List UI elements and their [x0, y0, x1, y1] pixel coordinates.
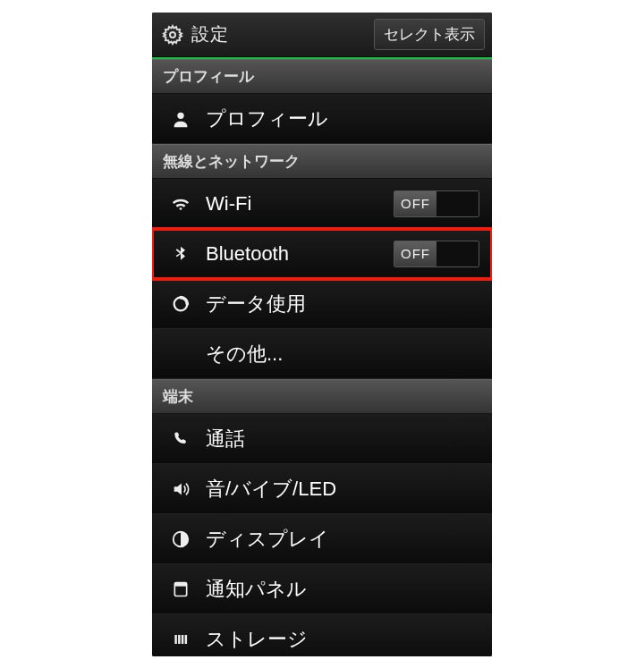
svg-rect-5: [174, 582, 186, 586]
svg-point-1: [177, 112, 183, 118]
wifi-toggle[interactable]: OFF: [394, 190, 479, 217]
row-display[interactable]: ディスプレイ: [152, 514, 492, 564]
row-label: 通知パネル: [206, 576, 479, 603]
row-label: データ使用: [206, 291, 479, 317]
row-data-usage[interactable]: データ使用: [152, 279, 492, 329]
person-icon: [168, 109, 193, 129]
row-notification[interactable]: 通知パネル: [152, 564, 492, 614]
svg-rect-9: [185, 635, 188, 644]
toggle-off-label: OFF: [394, 191, 436, 216]
brightness-icon: [168, 529, 193, 549]
svg-point-0: [170, 32, 175, 38]
row-label: ディスプレイ: [206, 526, 479, 553]
phone-icon: [168, 430, 193, 448]
svg-rect-7: [178, 635, 181, 644]
row-profile[interactable]: プロフィール: [152, 94, 492, 144]
wifi-icon: [168, 194, 193, 214]
row-wifi[interactable]: Wi-Fi OFF: [152, 179, 492, 229]
row-call[interactable]: 通話: [152, 414, 492, 464]
row-label: プロフィール: [206, 106, 479, 132]
header-title: 設定: [191, 22, 374, 47]
bluetooth-icon: [168, 245, 193, 263]
row-storage[interactable]: ストレージ: [152, 614, 492, 656]
speaker-icon: [168, 479, 193, 499]
row-label: ストレージ: [206, 626, 479, 653]
settings-screen: 設定 セレクト表示 プロフィール プロフィール 無線とネットワーク Wi-Fi …: [152, 13, 492, 656]
svg-rect-8: [182, 635, 184, 644]
toggle-track: [436, 241, 479, 266]
select-display-button[interactable]: セレクト表示: [374, 19, 485, 50]
row-label: 通話: [206, 426, 479, 452]
section-header-device: 端末: [152, 379, 492, 414]
svg-rect-6: [174, 635, 177, 644]
section-header-wireless: 無線とネットワーク: [152, 144, 492, 179]
header-bar: 設定 セレクト表示: [152, 13, 492, 57]
gear-icon: [161, 23, 184, 47]
row-label: 音/バイブ/LED: [206, 476, 479, 503]
notification-panel-icon: [168, 580, 193, 598]
data-usage-icon: [168, 294, 193, 314]
section-header-profile: プロフィール: [152, 59, 492, 94]
toggle-off-label: OFF: [394, 241, 436, 266]
row-bluetooth[interactable]: Bluetooth OFF: [152, 229, 492, 279]
row-label: その他...: [206, 341, 479, 368]
toggle-track: [436, 191, 479, 216]
bluetooth-toggle[interactable]: OFF: [394, 241, 479, 267]
row-more[interactable]: その他...: [152, 329, 492, 379]
storage-icon: [168, 630, 193, 648]
row-sound[interactable]: 音/バイブ/LED: [152, 464, 492, 514]
row-label: Bluetooth: [206, 242, 394, 266]
row-label: Wi-Fi: [206, 192, 394, 216]
